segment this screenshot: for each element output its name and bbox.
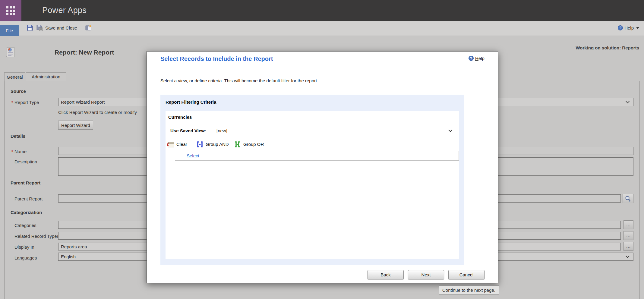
required-marker: * <box>11 149 13 154</box>
save-icon[interactable] <box>27 24 33 31</box>
section-parent-report-heading: Parent Report <box>11 180 40 185</box>
help-caret-icon <box>636 27 639 29</box>
related-record-types-label: Related Record Types <box>14 234 59 239</box>
app-title: Power Apps <box>42 6 87 15</box>
ribbon-help-label: Help <box>624 25 634 30</box>
report-type-value: Report Wizard Report <box>61 99 105 105</box>
parent-report-label: Parent Report <box>14 196 43 201</box>
file-tab-button[interactable]: File <box>0 25 19 36</box>
group-and-button[interactable]: Group AND <box>206 142 229 147</box>
save-and-close-label[interactable]: Save and Close <box>45 25 77 30</box>
group-and-icon[interactable] <box>196 141 204 148</box>
magnifier-icon <box>625 195 631 202</box>
categories-ellipsis-button[interactable]: ... <box>623 220 633 229</box>
use-saved-view-label: Use Saved View: <box>170 128 206 133</box>
saved-view-value: [new] <box>216 128 227 133</box>
required-marker: * <box>11 100 13 105</box>
languages-value: English <box>61 254 76 259</box>
chevron-down-icon <box>448 128 452 132</box>
tab-general[interactable]: General <box>4 72 25 81</box>
display-in-value: Reports area <box>61 244 87 249</box>
saved-view-select[interactable]: [new] <box>214 126 456 135</box>
help-question-icon: ? <box>469 56 474 61</box>
back-button[interactable]: Back <box>368 270 404 279</box>
tab-administration[interactable]: Administration <box>26 72 66 81</box>
toolbar-separator <box>193 140 193 148</box>
clear-button[interactable]: Clear <box>176 142 187 147</box>
waffle-menu-button[interactable] <box>0 0 21 21</box>
working-on-solution: Working on solution: Reports <box>576 45 639 50</box>
related-record-types-ellipsis-button[interactable]: ... <box>623 231 633 240</box>
save-and-close-icon[interactable] <box>36 24 43 31</box>
select-records-dialog: Select Records to Include in the Report … <box>147 51 498 283</box>
dialog-help-label: Help <box>475 56 485 61</box>
waffle-icon <box>6 6 15 15</box>
name-label: Name <box>14 149 27 154</box>
languages-label: Languages <box>14 255 37 260</box>
criteria-builder-area: Currencies Use Saved View: [new] Clear <box>166 111 459 259</box>
group-or-button[interactable]: Group OR <box>243 142 264 147</box>
section-details-heading: Details <box>11 134 25 139</box>
display-in-label: Display In <box>14 244 34 250</box>
section-categorization-heading: Categorization <box>11 210 42 215</box>
entity-name: Currencies <box>168 115 192 120</box>
report-wizard-hint: Click Report Wizard to create or modify <box>58 110 137 115</box>
filter-condition-row: Select <box>175 151 459 161</box>
chevron-down-icon <box>626 99 630 103</box>
next-button[interactable]: Next <box>408 270 444 279</box>
help-question-icon: ? <box>618 25 623 30</box>
group-or-icon[interactable] <box>234 141 241 148</box>
clear-icon[interactable] <box>166 140 175 149</box>
page-title: Report: New Report <box>55 49 114 56</box>
criteria-heading: Report Filtering Criteria <box>166 99 216 105</box>
select-field-link[interactable]: Select <box>187 153 199 158</box>
ribbon-toolbar <box>0 21 644 36</box>
parent-report-lookup-button[interactable] <box>623 194 633 203</box>
report-icon <box>6 46 15 59</box>
report-filtering-criteria-panel: Report Filtering Criteria Currencies Use… <box>160 95 464 265</box>
dialog-title: Select Records to Include in the Report <box>160 55 273 62</box>
display-in-ellipsis-button[interactable]: ... <box>623 242 633 251</box>
save-and-run-icon[interactable] <box>85 24 92 31</box>
ribbon-help-menu[interactable]: ? Help <box>618 25 639 30</box>
next-button-tooltip: Continue to the next page. <box>439 285 499 294</box>
cancel-button[interactable]: Cancel <box>448 270 485 279</box>
report-type-label: Report Type <box>14 100 39 105</box>
app-bar: Power Apps <box>0 0 644 21</box>
dialog-help-link[interactable]: ? Help <box>469 56 485 61</box>
chevron-down-icon <box>626 254 630 258</box>
section-source-heading: Source <box>11 89 26 94</box>
description-label: Description <box>14 159 37 164</box>
dialog-subtitle: Select a view, or define criteria. This … <box>160 78 318 83</box>
categories-label: Categories <box>14 223 36 228</box>
report-wizard-button[interactable]: Report Wizard <box>58 121 93 130</box>
